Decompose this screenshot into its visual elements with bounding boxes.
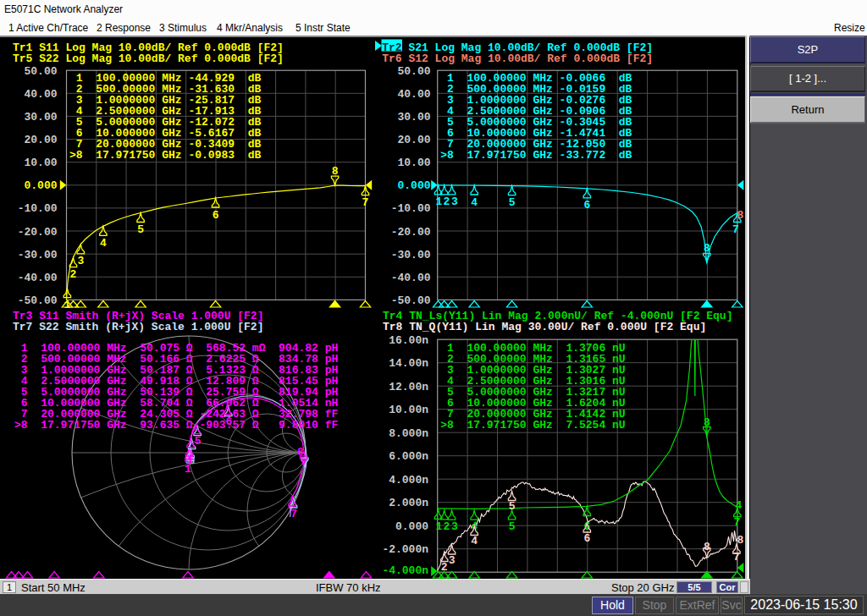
- svg-text:5: 5: [195, 435, 202, 448]
- svg-text:5: 5: [509, 500, 516, 513]
- svg-text:6.000n: 6.000n: [389, 450, 428, 463]
- svg-text:3: 3: [451, 520, 458, 533]
- svg-text:2: 2: [70, 268, 77, 281]
- svg-text:1: 1: [436, 195, 443, 208]
- svg-text:4: 4: [471, 535, 478, 547]
- svg-text:4: 4: [100, 237, 107, 250]
- svg-text:6: 6: [213, 209, 219, 222]
- svg-text:>8 17.971750 GHz -33.772 dB: >8 17.971750 GHz -33.772 dB: [440, 149, 632, 162]
- svg-text:0.000: 0.000: [395, 520, 428, 533]
- svg-text:10.00: 10.00: [397, 157, 430, 169]
- svg-text:7: 7: [734, 516, 741, 529]
- svg-text:7: 7: [362, 196, 369, 209]
- svg-text:4: 4: [736, 499, 743, 512]
- svg-text:40.00: 40.00: [24, 88, 57, 101]
- svg-text:4: 4: [471, 196, 478, 209]
- svg-text:Tr6 S12 Log Mag 10.00dB/ Ref 0: Tr6 S12 Log Mag 10.00dB/ Ref 0.000dB [F2…: [382, 52, 653, 65]
- svg-text:10.00: 10.00: [24, 157, 57, 169]
- svg-text:6: 6: [583, 532, 590, 545]
- svg-text:-40.00: -40.00: [18, 272, 58, 284]
- svg-text:2: 2: [444, 520, 450, 533]
- svg-text:30.00: 30.00: [397, 111, 430, 124]
- svg-text:8: 8: [332, 165, 339, 178]
- svg-text:4.000n: 4.000n: [389, 474, 428, 487]
- svg-text:8: 8: [704, 541, 710, 553]
- svg-text:5: 5: [509, 520, 516, 533]
- svg-text:3: 3: [451, 195, 458, 208]
- svg-text:8: 8: [704, 242, 710, 255]
- svg-text:0.000: 0.000: [24, 179, 57, 192]
- svg-text:-10.00: -10.00: [391, 202, 431, 215]
- svg-text:7: 7: [732, 223, 739, 236]
- svg-text:-4.000n: -4.000n: [382, 564, 428, 577]
- svg-text:3: 3: [77, 255, 84, 267]
- svg-text:Tr8 TN_Q(Y11) Lin Mag 30.00U/: Tr8 TN_Q(Y11) Lin Mag 30.00U/ Ref 0.000U…: [383, 321, 706, 333]
- svg-text:-30.00: -30.00: [391, 249, 431, 261]
- svg-text:20.00: 20.00: [24, 134, 57, 146]
- svg-text:40.00: 40.00: [397, 88, 430, 101]
- svg-text:>8 17.971750 GHz 7.5254 nU: >8 17.971750 GHz 7.5254 nU: [440, 419, 625, 432]
- svg-text:20.00: 20.00: [397, 134, 430, 146]
- svg-text:1: 1: [185, 463, 191, 476]
- svg-text:-30.00: -30.00: [18, 249, 58, 261]
- svg-text:1: 1: [436, 520, 443, 533]
- svg-text:5: 5: [137, 223, 144, 236]
- svg-text:10.00n: 10.00n: [389, 404, 428, 416]
- svg-text:-20.00: -20.00: [18, 226, 58, 239]
- svg-text:8: 8: [704, 416, 710, 429]
- svg-text:-10.00: -10.00: [18, 202, 58, 215]
- svg-text:7: 7: [290, 508, 297, 520]
- svg-text:Tr7 S22 Smith (R+jX) Scale 1.0: Tr7 S22 Smith (R+jX) Scale 1.000U [F2]: [13, 321, 263, 333]
- svg-text:7: 7: [733, 551, 740, 564]
- svg-text:2.000n: 2.000n: [389, 497, 428, 509]
- svg-text:8.000n: 8.000n: [389, 427, 428, 440]
- svg-text:30.00: 30.00: [24, 111, 57, 124]
- svg-text:12.00n: 12.00n: [389, 381, 428, 393]
- svg-text:6: 6: [583, 199, 590, 212]
- svg-text:8: 8: [737, 534, 744, 547]
- svg-text:>8 17.971750 GHz -0.0983 dB: >8 17.971750 GHz -0.0983 dB: [69, 149, 261, 162]
- svg-text:50.00: 50.00: [24, 65, 57, 78]
- svg-text:-50.00: -50.00: [18, 294, 58, 307]
- svg-text:Tr5 S22 Log Mag 10.00dB/ Ref 0: Tr5 S22 Log Mag 10.00dB/ Ref 0.000dB [F2…: [13, 52, 284, 65]
- svg-text:6: 6: [225, 415, 232, 428]
- svg-text:-40.00: -40.00: [391, 272, 431, 284]
- svg-text:0.000: 0.000: [397, 179, 430, 192]
- svg-text:-50.00: -50.00: [391, 294, 431, 307]
- svg-text:50.00: 50.00: [397, 65, 430, 78]
- svg-text:8: 8: [737, 209, 744, 222]
- svg-text:>8 17.971750 GHz 93.635 Ω -9: >8 17.971750 GHz 93.635 Ω -903.57 Ω 9.80…: [14, 419, 338, 432]
- svg-text:5: 5: [509, 196, 516, 209]
- svg-text:3: 3: [449, 554, 456, 567]
- svg-text:2: 2: [444, 195, 450, 208]
- svg-text:8: 8: [297, 446, 304, 459]
- svg-text:14.00n: 14.00n: [389, 357, 428, 370]
- svg-text:-2.000n: -2.000n: [382, 543, 428, 556]
- svg-text:16.00n: 16.00n: [389, 334, 428, 347]
- svg-text:-20.00: -20.00: [391, 226, 431, 239]
